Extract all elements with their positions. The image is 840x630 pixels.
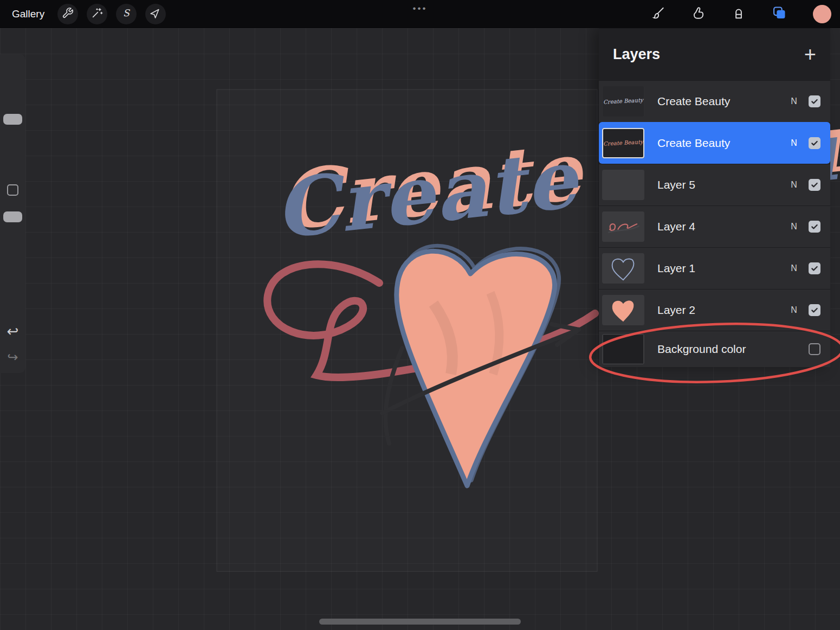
layers-panel: Layers + Create Beauty Create Beauty N C… — [599, 28, 830, 367]
layer-visibility-checkbox[interactable] — [809, 262, 820, 274]
adjustments-button[interactable] — [87, 4, 107, 24]
layers-panel-title: Layers — [613, 46, 660, 63]
eraser-button[interactable] — [732, 6, 746, 22]
wrench-icon — [62, 7, 74, 21]
transform-button[interactable] — [145, 4, 166, 24]
smudge-button[interactable] — [692, 6, 706, 22]
transform-arrow-icon — [150, 7, 161, 21]
layer-name: Layer 1 — [657, 262, 786, 275]
layer-thumbnail[interactable]: Create Beauty — [602, 86, 644, 117]
top-toolbar: Gallery S ••• — [0, 0, 840, 28]
actions-button[interactable] — [57, 4, 78, 24]
layer-visibility-checkbox[interactable] — [809, 304, 820, 316]
layer-row[interactable]: Create Beauty Create Beauty N — [599, 122, 830, 164]
redo-button[interactable]: ↪ — [0, 350, 25, 364]
background-color-row[interactable]: Background color — [599, 331, 830, 367]
undo-icon: ↩ — [7, 323, 19, 339]
layer-name: Layer 4 — [657, 220, 786, 233]
background-color-thumbnail[interactable] — [602, 334, 644, 364]
layer-name: Create Beauty — [657, 137, 786, 150]
layer-row[interactable]: Layer 4 N — [599, 205, 830, 247]
layer-thumbnail[interactable]: Create Beauty — [602, 128, 644, 158]
layer-visibility-checkbox[interactable] — [809, 221, 820, 233]
layers-panel-header: Layers + — [599, 28, 830, 80]
layer-thumbnail[interactable] — [602, 170, 644, 200]
brush-button[interactable] — [651, 6, 665, 22]
layers-icon — [772, 13, 787, 22]
blend-mode-button[interactable]: N — [786, 222, 802, 232]
blend-mode-button[interactable]: N — [786, 305, 802, 315]
undo-button[interactable]: ↩ — [0, 324, 25, 338]
redo-icon: ↪ — [7, 350, 18, 364]
add-layer-button[interactable]: + — [804, 44, 816, 65]
layer-name: Layer 2 — [657, 304, 786, 317]
selection-button[interactable]: S — [116, 4, 137, 24]
layer-row[interactable]: Layer 5 N — [599, 164, 830, 205]
blend-mode-button[interactable]: N — [786, 97, 802, 106]
magic-wand-icon — [91, 7, 103, 21]
eraser-icon — [732, 12, 746, 22]
layer-row[interactable]: Layer 1 N — [599, 247, 830, 289]
smudge-icon — [692, 12, 706, 22]
background-color-label: Background color — [657, 343, 786, 356]
brush-size-slider[interactable] — [3, 114, 22, 125]
layer-thumbnail[interactable] — [602, 211, 644, 242]
layer-visibility-checkbox[interactable] — [809, 179, 820, 191]
layer-visibility-checkbox[interactable] — [809, 137, 820, 149]
svg-text:S: S — [123, 8, 131, 18]
layer-name: Create Beauty — [657, 95, 786, 108]
color-swatch — [813, 5, 831, 23]
selection-s-icon: S — [120, 7, 132, 21]
layer-rows: Create Beauty Create Beauty N Create Bea… — [599, 80, 830, 367]
layer-thumbnail[interactable] — [602, 295, 644, 325]
layer-visibility-checkbox[interactable] — [809, 95, 820, 107]
sidebar-tools: ↩ ↪ — [0, 54, 25, 373]
modify-button[interactable] — [7, 184, 18, 196]
blend-mode-button[interactable]: N — [786, 263, 802, 273]
layers-button[interactable] — [772, 5, 787, 23]
layer-row[interactable]: Layer 2 N — [599, 289, 830, 331]
layer-row[interactable]: Create Beauty Create Beauty N — [599, 80, 830, 122]
layer-visibility-checkbox[interactable] — [809, 343, 820, 355]
layer-name: Layer 5 — [657, 178, 786, 191]
home-indicator[interactable] — [319, 619, 521, 625]
layer-thumbnail[interactable] — [602, 253, 644, 284]
blend-mode-button[interactable]: N — [786, 180, 802, 190]
color-button[interactable] — [813, 5, 831, 23]
opacity-slider[interactable] — [3, 211, 22, 222]
brush-icon — [651, 12, 665, 22]
blend-mode-button[interactable]: N — [786, 138, 802, 148]
gallery-button[interactable]: Gallery — [12, 8, 44, 20]
